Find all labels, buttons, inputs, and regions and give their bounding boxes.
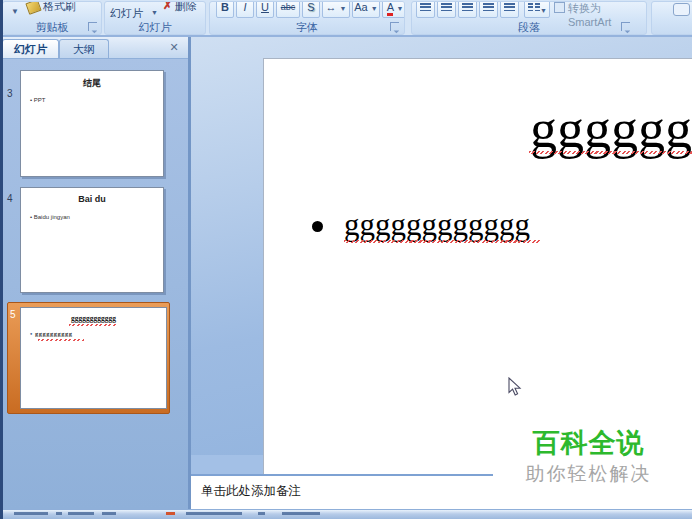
mouse-cursor bbox=[508, 377, 522, 401]
underline-button[interactable]: U bbox=[256, 1, 274, 18]
align-left-icon bbox=[420, 3, 431, 12]
thumbnail-title: gggggggggggg bbox=[21, 314, 166, 323]
status-fragment bbox=[102, 512, 116, 515]
font-color-icon: A bbox=[387, 1, 394, 16]
ribbon-group-drawing-partial bbox=[651, 1, 692, 35]
clipboard-dialog-launcher-icon[interactable] bbox=[88, 22, 97, 31]
paragraph-dialog-launcher-icon[interactable] bbox=[621, 22, 630, 31]
powerpoint-window: ggggggggg gggggggggggg ▼ 格式刷 剪贴板 幻灯片 ▼ ✗… bbox=[0, 0, 692, 519]
thumbnail-slide-5[interactable]: gggggggggggg • gggggggggg bbox=[20, 307, 167, 409]
thumbnail-selection-highlight: 5 gggggggggggg • gggggggggg bbox=[7, 302, 170, 414]
format-painter-icon bbox=[25, 1, 41, 15]
spellcheck-squiggle bbox=[344, 240, 540, 243]
thumbnail-number: 5 bbox=[10, 309, 16, 320]
character-spacing-dropdown-arrow: ▼ bbox=[340, 5, 347, 12]
character-spacing-icon: ↔ bbox=[326, 1, 337, 13]
slide-title-text[interactable]: ggggggggg bbox=[530, 102, 692, 156]
paste-dropdown-arrow[interactable]: ▼ bbox=[11, 7, 19, 16]
status-fragment bbox=[14, 512, 48, 515]
watermark-overlay: 百科全说 助你轻松解决 bbox=[493, 411, 692, 509]
close-icon[interactable]: ✕ bbox=[166, 40, 182, 55]
status-fragment bbox=[186, 512, 242, 515]
ribbon-group-paragraph: ▼ 转换为 SmartArt ▼ 段落 bbox=[411, 1, 647, 35]
align-center-icon bbox=[441, 3, 452, 12]
change-case-dropdown-arrow: ▼ bbox=[371, 5, 378, 12]
justify-button[interactable] bbox=[479, 1, 498, 18]
thumbnail-title: 结尾 bbox=[21, 77, 163, 90]
status-fragment bbox=[56, 512, 62, 515]
font-color-dropdown-arrow: ▼ bbox=[396, 5, 403, 12]
distribute-button[interactable] bbox=[500, 1, 519, 18]
smartart-icon bbox=[554, 2, 565, 13]
distribute-icon bbox=[504, 3, 515, 12]
columns-button[interactable]: ▼ bbox=[524, 1, 550, 18]
justify-icon bbox=[483, 3, 494, 12]
italic-button[interactable]: I bbox=[236, 1, 254, 18]
font-color-button[interactable]: A ▼ bbox=[382, 1, 405, 18]
columns-dropdown-arrow: ▼ bbox=[540, 2, 547, 19]
thumbnail-slide-4[interactable]: Bai du • Baidu jingyan bbox=[20, 187, 164, 293]
shape-icon[interactable] bbox=[673, 3, 690, 16]
bold-button[interactable]: B bbox=[216, 1, 234, 18]
ribbon-group-clipboard: ▼ 格式刷 剪贴板 bbox=[2, 1, 102, 35]
panel-divider[interactable] bbox=[188, 37, 191, 509]
ribbon: ▼ 格式刷 剪贴板 幻灯片 ▼ ✗ 删除 幻灯片 B I U abc S ↔ ▼ bbox=[0, 0, 692, 35]
character-spacing-button[interactable]: ↔ ▼ bbox=[322, 1, 350, 18]
watermark-subtitle: 助你轻松解决 bbox=[493, 461, 684, 487]
tab-slides[interactable]: 幻灯片 bbox=[2, 39, 59, 58]
ribbon-border bbox=[0, 35, 692, 37]
font-dialog-launcher-icon[interactable] bbox=[390, 22, 399, 31]
align-right-button[interactable] bbox=[458, 1, 477, 18]
align-center-button[interactable] bbox=[437, 1, 456, 18]
text-shadow-button[interactable]: S bbox=[302, 1, 320, 18]
ribbon-group-slides: 幻灯片 ▼ ✗ 删除 幻灯片 bbox=[104, 1, 206, 35]
align-left-button[interactable] bbox=[416, 1, 435, 18]
window-edge bbox=[0, 0, 3, 519]
font-group-label: 字体 bbox=[210, 21, 404, 33]
columns-icon bbox=[528, 3, 533, 12]
align-right-icon bbox=[462, 3, 473, 12]
status-bar bbox=[0, 509, 692, 519]
change-case-button[interactable]: Aa ▼ bbox=[352, 1, 380, 18]
sidebar-tabrow: 幻灯片 大纲 ✕ bbox=[0, 37, 191, 59]
thumbnail-number: 4 bbox=[7, 193, 13, 204]
strikethrough-button[interactable]: abc bbox=[276, 1, 300, 18]
paragraph-group-label: 段落 bbox=[412, 21, 646, 33]
watermark-title: 百科全说 bbox=[493, 425, 684, 461]
slide-thumbnail-panel: 3 结尾 • PPT 4 Bai du • Baidu jingyan 5 gg… bbox=[0, 58, 191, 509]
ribbon-group-font: B I U abc S ↔ ▼ Aa ▼ A ▼ 字体 bbox=[209, 1, 405, 35]
thumbnail-bullet: • PPT bbox=[30, 97, 45, 103]
new-slide-button[interactable]: 幻灯片 bbox=[110, 6, 143, 21]
notes-placeholder[interactable]: 单击此处添加备注 bbox=[201, 483, 301, 500]
slides-group-label: 幻灯片 bbox=[105, 21, 205, 33]
bullet-point-icon bbox=[312, 221, 323, 232]
thumbnail-bullet: • gggggggggg bbox=[30, 330, 72, 337]
thumbnail-number: 3 bbox=[7, 88, 13, 99]
change-case-icon: Aa bbox=[354, 1, 367, 13]
new-slide-dropdown-arrow[interactable]: ▼ bbox=[151, 9, 158, 16]
clipboard-group-label: 剪贴板 bbox=[3, 21, 101, 33]
status-fragment bbox=[166, 512, 175, 515]
status-fragment bbox=[282, 512, 320, 515]
status-fragment bbox=[68, 512, 94, 515]
spellcheck-squiggle bbox=[529, 151, 692, 154]
thumbnail-bullet: • Baidu jingyan bbox=[30, 214, 70, 220]
slide-bullet-text[interactable]: gggggggggggg bbox=[344, 209, 530, 240]
thumbnail-title: Bai du bbox=[21, 194, 163, 204]
delete-slide-icon: ✗ bbox=[163, 1, 172, 12]
status-fragment bbox=[258, 512, 265, 515]
format-painter-button[interactable]: 格式刷 bbox=[43, 1, 76, 14]
thumbnail-slide-3[interactable]: 结尾 • PPT bbox=[20, 70, 164, 177]
spellcheck-squiggle bbox=[38, 339, 84, 341]
editor-gradient-band bbox=[191, 455, 263, 474]
tab-outline[interactable]: 大纲 bbox=[59, 39, 109, 58]
delete-slide-button[interactable]: 删除 bbox=[175, 1, 197, 14]
spellcheck-squiggle bbox=[69, 324, 117, 326]
